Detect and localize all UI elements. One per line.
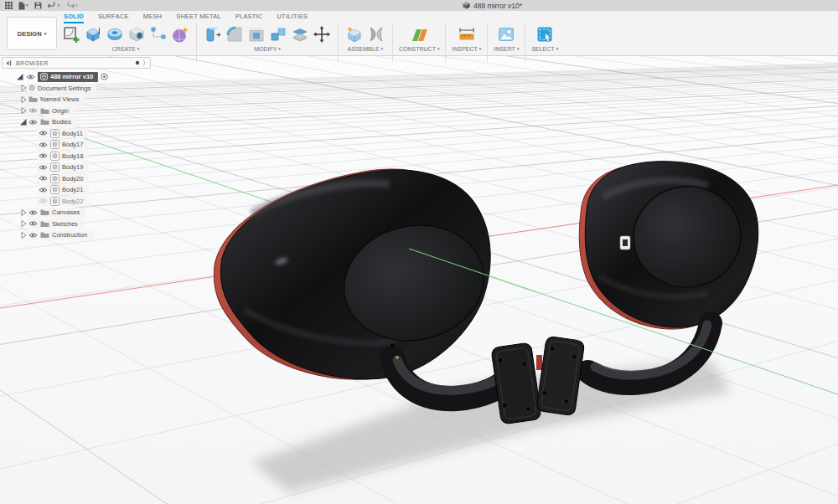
- group-separator: [445, 23, 446, 62]
- browser-row-body20[interactable]: Body20: [2, 173, 161, 185]
- body-icon: [50, 129, 59, 138]
- browser-row-body11[interactable]: Body11: [2, 128, 161, 140]
- collapsed-triangle-icon[interactable]: [20, 96, 27, 103]
- joint-icon[interactable]: [366, 24, 386, 44]
- tab-solid[interactable]: SOLID: [64, 13, 84, 23]
- browser-row-named-views[interactable]: Named Views: [2, 94, 161, 105]
- browser-row-root[interactable]: 488 mirror v10: [2, 71, 161, 83]
- body-icon: [50, 152, 59, 161]
- move-icon[interactable]: [312, 24, 332, 44]
- ribbon-tabs: SOLID SURFACE MESH SHEET METAL PLASTIC U…: [64, 13, 308, 23]
- browser-row-construction[interactable]: Construction: [2, 229, 161, 241]
- model-body-right-mirror[interactable]: [536, 162, 758, 416]
- activate-radio-icon[interactable]: [101, 73, 108, 80]
- design-menu-button[interactable]: DESIGN▾: [7, 17, 57, 50]
- collapsed-triangle-icon[interactable]: [20, 85, 27, 91]
- press-pull-icon[interactable]: [203, 24, 223, 44]
- left-housing-hole: [391, 344, 395, 348]
- tab-sheet-metal[interactable]: SHEET METAL: [176, 13, 221, 23]
- insert-image-icon[interactable]: [496, 24, 516, 44]
- tab-surface[interactable]: SURFACE: [98, 13, 129, 23]
- save-icon[interactable]: [34, 2, 42, 9]
- modify-group-label[interactable]: MODIFY▾: [254, 46, 281, 52]
- tab-mesh[interactable]: MESH: [143, 13, 162, 23]
- eye-visible-icon[interactable]: [28, 107, 38, 114]
- new-component-icon[interactable]: [344, 24, 365, 44]
- ribbon-toolbar: DESIGN▾ SOLID SURFACE MESH SHEET METAL P…: [0, 11, 838, 56]
- eye-visible-icon[interactable]: [39, 187, 48, 193]
- app-grid-icon[interactable]: [5, 2, 13, 9]
- redo-icon[interactable]: ▾: [65, 2, 78, 9]
- fillet-icon[interactable]: [225, 24, 245, 44]
- combine-icon[interactable]: [268, 24, 288, 44]
- hole-icon[interactable]: [127, 24, 147, 44]
- shell-icon[interactable]: [246, 24, 266, 44]
- group-inspect: INSPECT▾: [449, 23, 484, 52]
- revolve-icon[interactable]: [105, 24, 125, 44]
- group-separator: [196, 23, 197, 62]
- browser-row-body17[interactable]: Body17: [2, 139, 161, 151]
- browser-tree: 488 mirror v10 ⚙Document Settings Named …: [2, 71, 161, 241]
- sketch-dimension-icon[interactable]: [148, 24, 168, 44]
- collapsed-triangle-icon[interactable]: [20, 232, 27, 239]
- tab-utilities[interactable]: UTILITIES: [277, 13, 308, 23]
- tab-plastic[interactable]: PLASTIC: [235, 13, 263, 23]
- insert-group-label[interactable]: INSERT▾: [494, 46, 519, 52]
- expanded-triangle-icon[interactable]: [17, 74, 23, 80]
- construction-plane-icon[interactable]: [409, 24, 429, 44]
- body-icon: [50, 140, 59, 149]
- group-separator: [487, 23, 488, 62]
- browser-row-canvases[interactable]: Canvases: [2, 207, 161, 219]
- document-cube-icon: [463, 2, 470, 9]
- create-form-icon[interactable]: [170, 24, 190, 44]
- select-group-label[interactable]: SELECT▾: [531, 46, 558, 52]
- browser-row-body22[interactable]: Body22: [2, 196, 161, 208]
- collapse-panel-icon[interactable]: [6, 60, 13, 66]
- model-body-left-mirror[interactable]: [210, 166, 541, 424]
- eye-visible-icon[interactable]: [28, 119, 38, 126]
- create-sketch-icon[interactable]: [61, 24, 81, 44]
- group-select: SELECT▾: [529, 23, 561, 52]
- group-insert: INSERT▾: [491, 23, 521, 52]
- eye-visible-icon[interactable]: [28, 220, 38, 227]
- browser-row-body19[interactable]: Body19: [2, 162, 161, 173]
- browser-row-body21[interactable]: Body21: [2, 184, 161, 196]
- expanded-triangle-icon[interactable]: [20, 119, 27, 126]
- body-icon: [50, 162, 59, 172]
- browser-title: BROWSER: [16, 60, 49, 66]
- inspect-group-label[interactable]: INSPECT▾: [452, 46, 481, 52]
- browser-panel: BROWSER 488 mirror v10 ⚙Document Setting…: [2, 57, 161, 241]
- browser-row-origin[interactable]: Origin: [2, 105, 161, 117]
- select-icon[interactable]: [535, 24, 555, 44]
- offset-face-icon[interactable]: [290, 24, 310, 44]
- create-group-label[interactable]: CREATE▾: [112, 46, 139, 52]
- eye-visible-icon[interactable]: [39, 175, 48, 182]
- gear-icon: ⚙: [28, 85, 35, 92]
- collapsed-triangle-icon[interactable]: [20, 107, 27, 114]
- eye-visible-icon[interactable]: [39, 141, 48, 148]
- file-new-icon[interactable]: ▾: [18, 2, 28, 10]
- active-component[interactable]: 488 mirror v10: [38, 72, 98, 82]
- eye-visible-icon[interactable]: [28, 209, 38, 216]
- eye-hidden-icon[interactable]: [39, 198, 48, 204]
- eye-visible-icon[interactable]: [26, 74, 35, 80]
- body-icon: [50, 174, 59, 183]
- browser-row-document-settings[interactable]: ⚙Document Settings: [2, 83, 161, 95]
- eye-visible-icon[interactable]: [28, 232, 38, 239]
- group-separator: [525, 23, 525, 62]
- browser-row-sketches[interactable]: Sketches: [2, 219, 161, 230]
- eye-visible-icon[interactable]: [39, 130, 48, 136]
- group-separator: [392, 23, 393, 62]
- extrude-icon[interactable]: [83, 24, 103, 44]
- measure-icon[interactable]: [457, 24, 477, 44]
- browser-row-bodies[interactable]: Bodies: [2, 116, 161, 128]
- collapsed-triangle-icon[interactable]: [20, 209, 27, 216]
- assemble-group-label[interactable]: ASSEMBLE▾: [348, 46, 383, 52]
- eye-visible-icon[interactable]: [39, 164, 48, 171]
- eye-visible-icon[interactable]: [39, 152, 48, 159]
- collapsed-triangle-icon[interactable]: [20, 220, 27, 227]
- browser-row-body18[interactable]: Body18: [2, 151, 161, 162]
- construct-group-label[interactable]: CONSTRUCT▾: [399, 46, 439, 52]
- group-separator: [338, 23, 339, 62]
- undo-icon[interactable]: ▾: [48, 2, 60, 9]
